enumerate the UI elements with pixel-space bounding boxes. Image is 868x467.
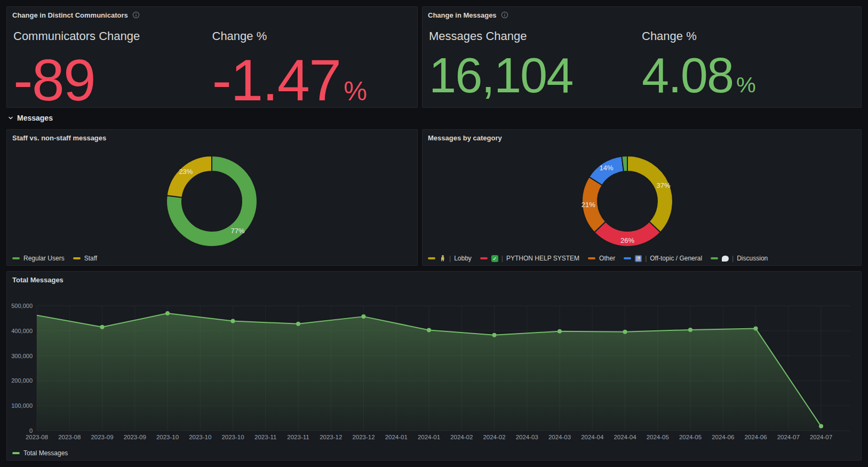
legend-label: Off-topic / General <box>650 255 702 262</box>
x-tick-label: 2023-10 <box>189 434 211 440</box>
panel-change-distinct-communicators: Change in Distinct Communicators Communi… <box>6 6 418 108</box>
legend-label: Staff <box>84 255 97 262</box>
panel-title[interactable]: Change in Distinct Communicators <box>12 11 128 19</box>
legend-label: Discussion <box>737 255 768 262</box>
data-point <box>100 325 105 329</box>
pie-slice-value-label: 14% <box>600 164 614 172</box>
stat-value: 16,104 <box>429 51 642 100</box>
y-tick-label: 100,000 <box>11 402 33 409</box>
panel-title[interactable]: Change in Messages <box>428 11 497 19</box>
stat-number: -1.47 <box>212 51 341 109</box>
legend-item-python-help-system[interactable]: ✓|PYTHON HELP SYSTEM <box>480 255 579 262</box>
data-point <box>492 333 497 337</box>
lobby-emoji-icon <box>439 255 446 262</box>
pie-slice-staff[interactable] <box>167 156 212 197</box>
legend-item-total-messages[interactable]: Total Messages <box>12 449 68 457</box>
x-tick-label: 2024-05 <box>647 434 669 440</box>
x-tick-label: 2024-02 <box>450 434 473 440</box>
legend-series-dash <box>480 257 488 259</box>
stat-number: 16,104 <box>429 51 572 100</box>
x-tick-label: 2024-05 <box>679 434 702 440</box>
legend-item-lobby[interactable]: |Lobby <box>428 255 472 262</box>
legend-divider: | <box>449 255 451 262</box>
panel-header: Change in Messages <box>423 7 861 23</box>
stat-suffix: % <box>344 78 367 105</box>
stat-communicators-change-pct: Change % -1.47% <box>212 27 411 109</box>
x-tick-label: 2023-12 <box>320 434 342 440</box>
pie-slice-lobby[interactable] <box>627 156 673 232</box>
legend-series-dash <box>428 257 435 259</box>
legend-series-dash <box>588 257 595 259</box>
x-tick-label: 2023-09 <box>124 434 146 440</box>
data-point <box>362 314 366 319</box>
legend-item-discussion[interactable]: |Discussion <box>711 255 768 262</box>
staff-pie-chart[interactable]: 77%23% <box>142 149 281 254</box>
stat-value: -89 <box>13 51 212 109</box>
stat-messages-change: Messages Change 16,104 <box>429 27 642 100</box>
panel-title[interactable]: Messages by category <box>428 134 502 142</box>
x-tick-label: 2024-04 <box>581 434 604 440</box>
pie-slice-value-label: 37% <box>656 181 670 189</box>
x-tick-label: 2024-01 <box>418 434 440 440</box>
x-tick-label: 2024-06 <box>712 434 734 440</box>
y-tick-label: 200,000 <box>11 377 33 384</box>
row-title: Messages <box>17 114 53 122</box>
data-point <box>688 328 692 332</box>
panel-title[interactable]: Total Messages <box>12 276 63 284</box>
y-tick-label: 0 <box>29 428 33 434</box>
panel-header: Messages by category <box>423 130 861 146</box>
x-tick-label: 2023-11 <box>287 434 309 440</box>
x-tick-label: 2024-07 <box>777 434 800 440</box>
data-point <box>623 330 627 334</box>
discussion-emoji-icon <box>722 256 729 262</box>
x-tick-label: 2023-11 <box>254 434 276 440</box>
x-tick-label: 2024-03 <box>548 434 571 440</box>
data-point <box>165 311 170 315</box>
pie-slice-value-label: 77% <box>231 227 245 235</box>
stat-communicators-change: Communicators Change -89 <box>13 27 212 109</box>
panel-title[interactable]: Staff vs. non-staff messages <box>12 134 106 142</box>
x-tick-label: 2024-01 <box>385 434 408 440</box>
python-help-system-emoji-icon: ✓ <box>491 255 498 262</box>
x-tick-label: 2023-08 <box>58 434 81 440</box>
x-tick-label: 2023-08 <box>26 434 48 440</box>
data-point <box>754 327 758 331</box>
off-topic-general-emoji-icon <box>635 255 642 262</box>
data-point <box>558 329 562 334</box>
legend-label: Other <box>599 255 615 262</box>
legend-item-staff[interactable]: Staff <box>73 255 97 262</box>
stat-label: Change % <box>212 29 411 43</box>
data-point <box>427 328 431 332</box>
data-point <box>296 322 300 326</box>
chevron-down-icon <box>7 115 14 121</box>
y-tick-label: 300,000 <box>11 353 33 359</box>
legend-item-regular-users[interactable]: Regular Users <box>12 255 65 262</box>
stat-number: -89 <box>13 51 95 109</box>
data-point <box>231 319 235 323</box>
total-messages-legend: Total Messages <box>12 449 68 457</box>
stat-label: Change % <box>642 29 855 43</box>
stat-label: Communicators Change <box>13 29 212 43</box>
x-tick-label: 2024-07 <box>810 434 832 440</box>
legend-divider: | <box>645 255 647 262</box>
x-tick-label: 2023-12 <box>352 434 375 440</box>
panel-messages-by-category: Messages by category 37%26%21%14% |Lobby… <box>422 129 862 266</box>
pie-slice-value-label: 23% <box>179 168 193 176</box>
total-messages-chart[interactable]: 0100,000200,000300,000400,000500,0002023… <box>7 291 858 449</box>
legend-series-dash <box>12 452 20 454</box>
info-icon[interactable] <box>501 11 508 19</box>
stat-suffix: % <box>736 74 756 96</box>
legend-series-dash <box>12 257 20 259</box>
category-pie-chart[interactable]: 37%26%21%14% <box>558 149 697 254</box>
panel-header: Total Messages <box>7 272 861 288</box>
stat-messages-change-pct: Change % 4.08% <box>642 27 855 100</box>
legend-item-other[interactable]: Other <box>588 255 615 262</box>
info-icon[interactable] <box>132 11 140 19</box>
x-tick-label: 2024-06 <box>744 434 767 440</box>
category-pie-legend: |Lobby✓|PYTHON HELP SYSTEMOther|Off-topi… <box>428 255 768 262</box>
stat-value: 4.08% <box>642 51 855 100</box>
row-header-messages[interactable]: Messages <box>7 114 53 122</box>
legend-item-off-topic-general[interactable]: |Off-topic / General <box>624 255 702 262</box>
legend-divider: | <box>732 255 734 262</box>
x-tick-label: 2024-04 <box>614 434 636 440</box>
